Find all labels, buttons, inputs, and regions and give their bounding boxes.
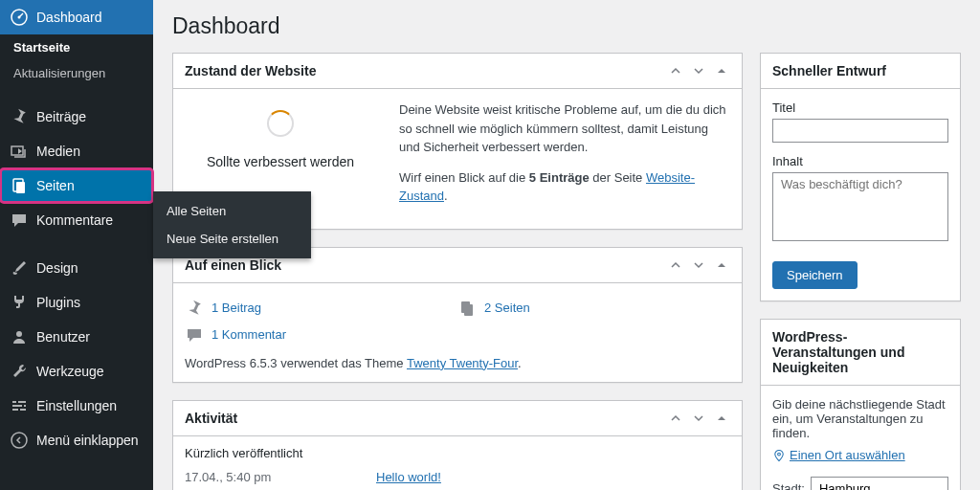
toggle-icon[interactable] — [713, 259, 730, 271]
glance-posts-link[interactable]: 1 Beitrag — [212, 301, 261, 315]
health-text-link: Wirf einen Blick auf die 5 Einträge der … — [399, 168, 730, 206]
comment-icon — [185, 325, 204, 345]
dashboard-icon — [10, 8, 29, 27]
user-icon — [10, 327, 29, 346]
events-intro: Gib deine nächstliegende Stadt ein, um V… — [772, 397, 948, 440]
menu-collapse-label: Menü einklappen — [36, 433, 139, 448]
submenu-startseite[interactable]: Startseite — [0, 34, 153, 60]
move-down-icon[interactable] — [690, 412, 707, 424]
menu-pages-label: Seiten — [36, 178, 75, 193]
glance-footer-text: WordPress 6.5.3 verwendet das Theme — [185, 356, 407, 370]
toggle-icon[interactable] — [713, 65, 730, 77]
move-down-icon[interactable] — [690, 259, 707, 271]
menu-tools-label: Werkzeuge — [36, 364, 104, 379]
menu-pages[interactable]: Seiten — [0, 168, 153, 203]
comment-icon — [10, 211, 29, 230]
sliders-icon — [10, 396, 29, 415]
activity-post-link[interactable]: Hello world! — [376, 470, 441, 484]
activity-heading: Aktivität — [185, 411, 237, 426]
menu-collapse[interactable]: Menü einklappen — [0, 423, 153, 457]
menu-posts[interactable]: Beiträge — [0, 100, 153, 134]
glance-heading: Auf einen Blick — [185, 257, 281, 273]
save-button[interactable]: Speichern — [772, 261, 858, 289]
menu-settings[interactable]: Einstellungen — [0, 389, 153, 423]
draft-content-label: Inhalt — [772, 154, 948, 168]
activity-time: 17.04., 5:40 pm — [185, 470, 376, 484]
pin-icon — [185, 299, 204, 318]
menu-media-label: Medien — [36, 144, 80, 159]
menu-appearance-label: Design — [36, 260, 78, 276]
menu-dashboard[interactable]: Dashboard — [0, 0, 153, 34]
menu-comments-label: Kommentare — [36, 212, 113, 228]
health-spinner-icon — [267, 110, 294, 137]
location-icon — [772, 449, 786, 462]
menu-plugins-label: Plugins — [36, 295, 80, 310]
page-title: Dashboard — [172, 13, 961, 39]
menu-tools[interactable]: Werkzeuge — [0, 354, 153, 389]
draft-title-input[interactable] — [772, 119, 948, 143]
menu-dashboard-label: Dashboard — [36, 10, 102, 25]
city-input[interactable] — [811, 477, 948, 491]
submenu-aktualisierungen[interactable]: Aktualisierungen — [0, 60, 153, 86]
menu-users[interactable]: Benutzer — [0, 320, 153, 354]
events-location-link[interactable]: Einen Ort auswählen — [772, 448, 905, 462]
move-up-icon[interactable] — [667, 412, 684, 424]
events-heading: WordPress-Veranstaltungen und Neuigkeite… — [772, 329, 948, 375]
events-box: WordPress-Veranstaltungen und Neuigkeite… — [760, 319, 961, 490]
draft-title-label: Titel — [772, 100, 948, 115]
flyout-all-pages[interactable]: Alle Seiten — [153, 197, 311, 225]
quick-draft-heading: Schneller Entwurf — [772, 63, 886, 78]
brush-icon — [10, 258, 29, 278]
collapse-icon — [10, 431, 29, 450]
pin-icon — [10, 107, 29, 126]
media-icon — [10, 142, 29, 161]
pages-icon — [10, 176, 29, 195]
move-up-icon[interactable] — [667, 65, 684, 77]
toggle-icon[interactable] — [713, 412, 730, 424]
menu-posts-label: Beiträge — [36, 109, 86, 124]
activity-recent-heading: Kürzlich veröffentlicht — [173, 436, 742, 466]
quick-draft-box: Schneller Entwurf Titel Inhalt Speichern — [760, 53, 961, 301]
admin-sidebar: Dashboard Startseite Aktualisierungen Be… — [0, 0, 153, 490]
menu-comments[interactable]: Kommentare — [0, 203, 153, 237]
menu-settings-label: Einstellungen — [36, 398, 117, 413]
move-up-icon[interactable] — [667, 259, 684, 271]
svg-point-1 — [18, 16, 21, 19]
menu-appearance[interactable]: Design — [0, 251, 153, 285]
svg-rect-4 — [16, 182, 25, 193]
pages-icon — [457, 299, 477, 318]
at-a-glance-box: Auf einen Blick 1 Beitrag — [172, 247, 743, 383]
health-text-critical: Deine Website weist kritische Probleme a… — [399, 100, 730, 157]
menu-media[interactable]: Medien — [0, 134, 153, 168]
flyout-new-page[interactable]: Neue Seite erstellen — [153, 225, 311, 253]
site-health-heading: Zustand der Website — [185, 63, 316, 78]
pages-flyout: Alle Seiten Neue Seite erstellen — [153, 191, 311, 258]
menu-plugins[interactable]: Plugins — [0, 285, 153, 320]
svg-rect-8 — [464, 304, 473, 316]
menu-users-label: Benutzer — [36, 329, 90, 345]
svg-point-5 — [16, 331, 22, 337]
activity-box: Aktivität Kürzlich veröffentlicht 17.04.… — [172, 400, 743, 491]
glance-comments-link[interactable]: 1 Kommentar — [212, 327, 286, 342]
draft-content-input[interactable] — [772, 172, 948, 241]
wrench-icon — [10, 362, 29, 381]
glance-pages-link[interactable]: 2 Seiten — [484, 301, 530, 315]
glance-theme-link[interactable]: Twenty Twenty-Four — [407, 356, 518, 370]
move-down-icon[interactable] — [690, 65, 707, 77]
svg-point-6 — [11, 433, 27, 448]
health-status: Sollte verbessert werden — [185, 154, 376, 169]
city-label: Stadt: — [772, 481, 805, 491]
plug-icon — [10, 293, 29, 312]
